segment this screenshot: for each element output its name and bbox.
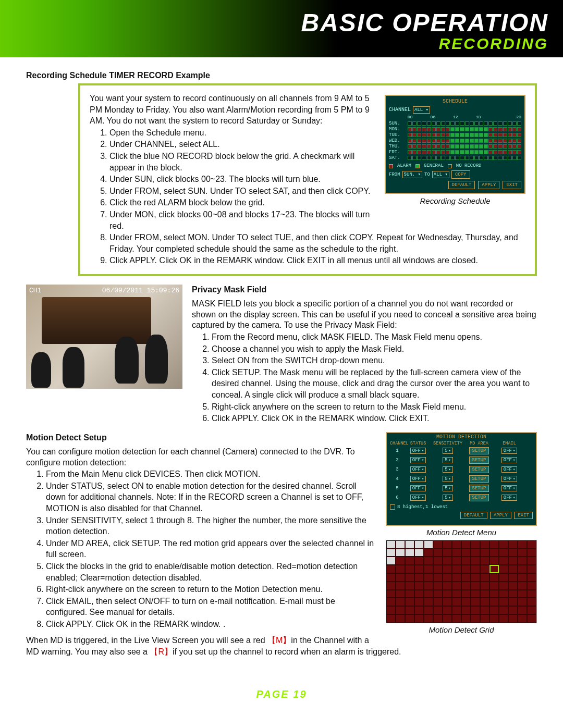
privacy-intro: MASK FIELD lets you block a specific por… <box>192 299 537 331</box>
list-item: From the Record menu, click MASK FIELD. … <box>212 331 537 343</box>
heading-timer-record-example: Recording Schedule TIMER RECORD Example <box>26 71 537 80</box>
motion-detect-grid[interactable] <box>386 540 537 623</box>
motion-grid-caption: Motion Detect Grid <box>386 625 537 634</box>
motion-menu-caption: Motion Detect Menu <box>386 528 537 537</box>
motion-trigger-note: When MD is triggered, in the Live View S… <box>26 635 537 657</box>
red-m-indicator: 【M】 <box>267 636 291 645</box>
example-box: SCHEDULE CHANNEL ALL ▾ 0006121823 SUN. M… <box>78 83 537 276</box>
motion-menu-footer: 8 highest,1 lowest <box>390 504 533 510</box>
schedule-figure: SCHEDULE CHANNEL ALL ▾ 0006121823 SUN. M… <box>385 95 525 206</box>
list-item: Click SETUP. The Mask menu will be repla… <box>212 367 537 401</box>
md-setup-button[interactable]: SETUP <box>469 456 488 464</box>
privacy-steps: From the Record menu, click MASK FIELD. … <box>212 331 537 424</box>
heading-privacy-mask: Privacy Mask Field <box>192 285 537 295</box>
schedule-from-row: FROM SUN. ▾ TO ALL ▾ COPY <box>389 170 521 179</box>
schedule-from-select[interactable]: SUN. ▾ <box>402 171 422 178</box>
cctv-timestamp: 06/09/2011 15:09:26 <box>102 287 179 294</box>
cctv-thumbnail: CH1 06/09/2011 15:09:26 <box>26 285 182 389</box>
schedule-copy-button[interactable]: COPY <box>451 170 470 179</box>
title-recording: Recording <box>0 35 548 53</box>
schedule-channel-label: CHANNEL <box>389 106 411 114</box>
email-select[interactable]: OFF <box>501 485 517 491</box>
motion-figures: MOTION DETECTION CHANNEL STATUS SENSITIV… <box>386 432 537 634</box>
md-setup-button[interactable]: SETUP <box>469 466 488 473</box>
motion-row: 5OFF5SETUPOFF <box>390 484 533 493</box>
email-select[interactable]: OFF <box>501 448 517 454</box>
speech-icon <box>390 504 395 510</box>
list-item: Choose a channel you wish to apply the M… <box>212 343 537 355</box>
schedule-legend: ALARM GENERAL NO RECORD <box>389 163 521 169</box>
schedule-to-select[interactable]: ALL ▾ <box>432 171 449 178</box>
sensitivity-select[interactable]: 5 <box>443 448 453 454</box>
sensitivity-select[interactable]: 5 <box>443 476 453 482</box>
motion-row: 4OFF5SETUPOFF <box>390 474 533 484</box>
status-select[interactable]: OFF <box>410 476 426 482</box>
motion-menu-title: MOTION DETECTION <box>390 434 533 440</box>
sensitivity-select[interactable]: 5 <box>443 466 453 473</box>
schedule-window-title: SCHEDULE <box>389 98 521 105</box>
schedule-apply-button[interactable]: APPLY <box>478 181 499 189</box>
motion-exit-button[interactable]: EXIT <box>514 512 533 519</box>
motion-menu-window: MOTION DETECTION CHANNEL STATUS SENSITIV… <box>386 432 537 526</box>
sensitivity-select[interactable]: 5 <box>443 495 453 501</box>
motion-apply-button[interactable]: APPLY <box>490 512 511 519</box>
status-select[interactable]: OFF <box>410 448 426 454</box>
schedule-channel-select[interactable]: ALL ▾ <box>413 106 430 114</box>
status-select[interactable]: OFF <box>410 485 426 491</box>
status-select[interactable]: OFF <box>410 457 426 463</box>
motion-row: 1OFF5SETUPOFF <box>390 446 533 455</box>
motion-row: 6OFF5SETUPOFF <box>390 493 533 502</box>
list-item: Select ON from the SWITCH drop-down menu… <box>212 355 537 366</box>
status-select[interactable]: OFF <box>410 466 426 473</box>
md-setup-button[interactable]: SETUP <box>469 447 488 454</box>
email-select[interactable]: OFF <box>501 457 517 463</box>
motion-default-button[interactable]: DEFAULT <box>460 512 487 519</box>
schedule-caption: Recording Schedule <box>385 196 525 206</box>
title-basic-operation: Basic Operation <box>0 8 548 37</box>
schedule-default-button[interactable]: DEFAULT <box>448 181 475 189</box>
sensitivity-select[interactable]: 5 <box>443 457 453 463</box>
list-item: Click APPLY. Click OK in the REMARK wind… <box>109 255 525 266</box>
list-item: Under MON, click blocks 00~08 and blocks… <box>109 209 525 231</box>
email-select[interactable]: OFF <box>501 476 517 482</box>
list-item: Right-click anywhere on the screen to re… <box>212 401 537 413</box>
page-content: Recording Schedule TIMER RECORD Example … <box>0 57 563 688</box>
list-item: Under FROM, select MON. Under TO select … <box>109 232 525 254</box>
red-r-indicator: 【R】 <box>150 647 173 656</box>
motion-row: 3OFF5SETUPOFF <box>390 465 533 474</box>
schedule-hours-row: 0006121823 <box>408 115 521 120</box>
motion-row: 2OFF5SETUPOFF <box>390 455 533 465</box>
md-setup-button[interactable]: SETUP <box>469 475 488 483</box>
md-setup-button[interactable]: SETUP <box>469 485 488 492</box>
email-select[interactable]: OFF <box>501 466 517 473</box>
md-setup-button[interactable]: SETUP <box>469 494 488 501</box>
list-item: Click APPLY. Click OK in the REMARK wind… <box>212 413 537 424</box>
page-header: Basic Operation Recording <box>0 0 563 57</box>
schedule-window: SCHEDULE CHANNEL ALL ▾ 0006121823 SUN. M… <box>385 95 525 194</box>
status-select[interactable]: OFF <box>410 495 426 501</box>
email-select[interactable]: OFF <box>501 495 517 501</box>
page-footer: Page 19 <box>0 688 563 709</box>
sensitivity-select[interactable]: 5 <box>443 485 453 491</box>
cctv-channel-label: CH1 <box>29 287 41 294</box>
schedule-exit-button[interactable]: EXIT <box>503 181 521 189</box>
schedule-grid[interactable]: SUN. MON. TUE. WED. THU. FRI. SAT. <box>389 120 521 161</box>
